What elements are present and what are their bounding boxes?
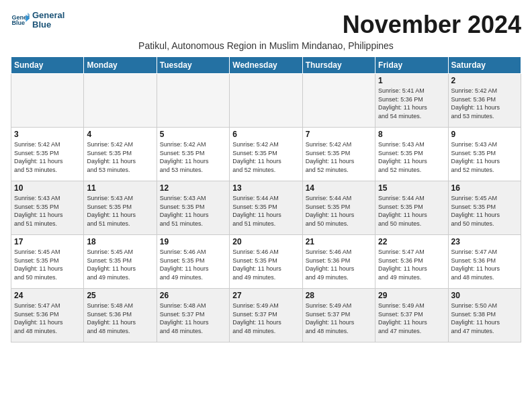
- day-info: Sunrise: 5:42 AM Sunset: 5:35 PM Dayligh…: [160, 140, 226, 174]
- day-of-week-header: Wednesday: [230, 57, 302, 74]
- day-info: Sunrise: 5:50 AM Sunset: 5:38 PM Dayligh…: [451, 302, 518, 335]
- calendar-cell: 10Sunrise: 5:43 AM Sunset: 5:35 PM Dayli…: [11, 181, 84, 235]
- day-number: 30: [451, 291, 518, 300]
- day-number: 27: [232, 291, 299, 300]
- day-info: Sunrise: 5:49 AM Sunset: 5:37 PM Dayligh…: [378, 302, 445, 335]
- calendar-cell: 18Sunrise: 5:45 AM Sunset: 5:35 PM Dayli…: [84, 235, 157, 289]
- day-info: Sunrise: 5:48 AM Sunset: 5:37 PM Dayligh…: [160, 302, 226, 335]
- logo-line1: General: [32, 11, 64, 20]
- calendar-cell: 5Sunrise: 5:42 AM Sunset: 5:35 PM Daylig…: [157, 128, 229, 181]
- calendar-cell: 25Sunrise: 5:48 AM Sunset: 5:36 PM Dayli…: [84, 289, 157, 342]
- day-number: 14: [306, 183, 372, 193]
- day-number: 28: [306, 291, 372, 300]
- day-number: 26: [160, 291, 226, 300]
- calendar-cell: 8Sunrise: 5:43 AM Sunset: 5:35 PM Daylig…: [375, 128, 448, 181]
- day-info: Sunrise: 5:45 AM Sunset: 5:35 PM Dayligh…: [87, 248, 153, 281]
- calendar-cell: 22Sunrise: 5:47 AM Sunset: 5:36 PM Dayli…: [375, 235, 448, 289]
- calendar-cell: 29Sunrise: 5:49 AM Sunset: 5:37 PM Dayli…: [375, 289, 448, 342]
- calendar-cell: 27Sunrise: 5:49 AM Sunset: 5:37 PM Dayli…: [230, 289, 302, 342]
- day-info: Sunrise: 5:45 AM Sunset: 5:35 PM Dayligh…: [451, 194, 518, 228]
- calendar-cell: [84, 74, 157, 128]
- calendar-subtitle: Patikul, Autonomous Region in Muslim Min…: [11, 40, 521, 51]
- day-number: 24: [14, 291, 81, 300]
- calendar-cell: 12Sunrise: 5:43 AM Sunset: 5:35 PM Dayli…: [157, 181, 229, 235]
- calendar-cell: 20Sunrise: 5:46 AM Sunset: 5:35 PM Dayli…: [230, 235, 302, 289]
- day-info: Sunrise: 5:43 AM Sunset: 5:35 PM Dayligh…: [378, 140, 445, 174]
- day-number: 4: [87, 130, 153, 139]
- calendar-cell: [11, 74, 84, 128]
- day-number: 2: [451, 76, 518, 85]
- calendar-cell: [157, 74, 229, 128]
- day-number: 21: [306, 237, 372, 246]
- calendar-cell: 1Sunrise: 5:41 AM Sunset: 5:36 PM Daylig…: [375, 74, 448, 128]
- calendar-cell: 4Sunrise: 5:42 AM Sunset: 5:35 PM Daylig…: [84, 128, 157, 181]
- calendar-cell: 6Sunrise: 5:42 AM Sunset: 5:35 PM Daylig…: [230, 128, 302, 181]
- calendar-cell: 17Sunrise: 5:45 AM Sunset: 5:35 PM Dayli…: [11, 235, 84, 289]
- day-number: 13: [232, 183, 299, 193]
- calendar-cell: 3Sunrise: 5:42 AM Sunset: 5:35 PM Daylig…: [11, 128, 84, 181]
- day-number: 6: [232, 130, 299, 139]
- day-number: 12: [160, 183, 226, 193]
- day-of-week-header: Tuesday: [157, 57, 229, 74]
- logo: General Blue General Blue: [11, 11, 64, 30]
- svg-text:Blue: Blue: [11, 19, 25, 26]
- day-number: 11: [87, 183, 153, 193]
- calendar-cell: 19Sunrise: 5:46 AM Sunset: 5:35 PM Dayli…: [157, 235, 229, 289]
- day-number: 5: [160, 130, 226, 139]
- calendar-cell: 14Sunrise: 5:44 AM Sunset: 5:35 PM Dayli…: [302, 181, 375, 235]
- day-number: 17: [14, 237, 81, 246]
- day-number: 20: [232, 237, 299, 246]
- general-blue-icon: General Blue: [11, 11, 30, 30]
- calendar-cell: [230, 74, 302, 128]
- calendar-cell: 24Sunrise: 5:47 AM Sunset: 5:36 PM Dayli…: [11, 289, 84, 342]
- calendar-cell: 2Sunrise: 5:42 AM Sunset: 5:36 PM Daylig…: [448, 74, 521, 128]
- day-info: Sunrise: 5:47 AM Sunset: 5:36 PM Dayligh…: [14, 302, 81, 335]
- day-number: 29: [378, 291, 445, 300]
- calendar-cell: 26Sunrise: 5:48 AM Sunset: 5:37 PM Dayli…: [157, 289, 229, 342]
- day-info: Sunrise: 5:43 AM Sunset: 5:35 PM Dayligh…: [14, 194, 81, 228]
- day-info: Sunrise: 5:47 AM Sunset: 5:36 PM Dayligh…: [378, 248, 445, 281]
- calendar-cell: 23Sunrise: 5:47 AM Sunset: 5:36 PM Dayli…: [448, 235, 521, 289]
- calendar-cell: 9Sunrise: 5:43 AM Sunset: 5:35 PM Daylig…: [448, 128, 521, 181]
- calendar-table: SundayMondayTuesdayWednesdayThursdayFrid…: [11, 56, 521, 342]
- day-info: Sunrise: 5:42 AM Sunset: 5:36 PM Dayligh…: [451, 87, 518, 120]
- calendar-cell: 30Sunrise: 5:50 AM Sunset: 5:38 PM Dayli…: [448, 289, 521, 342]
- day-of-week-header: Saturday: [448, 57, 521, 74]
- day-info: Sunrise: 5:42 AM Sunset: 5:35 PM Dayligh…: [306, 140, 372, 174]
- day-number: 16: [451, 183, 518, 193]
- day-info: Sunrise: 5:49 AM Sunset: 5:37 PM Dayligh…: [306, 302, 372, 335]
- day-number: 15: [378, 183, 445, 193]
- calendar-cell: 28Sunrise: 5:49 AM Sunset: 5:37 PM Dayli…: [302, 289, 375, 342]
- day-info: Sunrise: 5:43 AM Sunset: 5:35 PM Dayligh…: [87, 194, 153, 228]
- calendar-cell: 16Sunrise: 5:45 AM Sunset: 5:35 PM Dayli…: [448, 181, 521, 235]
- month-title: November 2024: [343, 11, 521, 39]
- day-info: Sunrise: 5:44 AM Sunset: 5:35 PM Dayligh…: [306, 194, 372, 228]
- calendar-cell: 21Sunrise: 5:46 AM Sunset: 5:36 PM Dayli…: [302, 235, 375, 289]
- day-info: Sunrise: 5:46 AM Sunset: 5:35 PM Dayligh…: [160, 248, 226, 281]
- day-of-week-header: Sunday: [11, 57, 84, 74]
- day-info: Sunrise: 5:45 AM Sunset: 5:35 PM Dayligh…: [14, 248, 81, 281]
- day-number: 10: [14, 183, 81, 193]
- day-number: 18: [87, 237, 153, 246]
- day-of-week-header: Monday: [84, 57, 157, 74]
- day-info: Sunrise: 5:44 AM Sunset: 5:35 PM Dayligh…: [232, 194, 299, 228]
- day-info: Sunrise: 5:42 AM Sunset: 5:35 PM Dayligh…: [232, 140, 299, 174]
- day-info: Sunrise: 5:41 AM Sunset: 5:36 PM Dayligh…: [378, 87, 445, 120]
- day-number: 22: [378, 237, 445, 246]
- calendar-cell: 13Sunrise: 5:44 AM Sunset: 5:35 PM Dayli…: [230, 181, 302, 235]
- day-number: 9: [451, 130, 518, 139]
- day-info: Sunrise: 5:42 AM Sunset: 5:35 PM Dayligh…: [87, 140, 153, 174]
- day-info: Sunrise: 5:43 AM Sunset: 5:35 PM Dayligh…: [160, 194, 226, 228]
- day-info: Sunrise: 5:47 AM Sunset: 5:36 PM Dayligh…: [451, 248, 518, 281]
- day-number: 7: [306, 130, 372, 139]
- day-info: Sunrise: 5:48 AM Sunset: 5:36 PM Dayligh…: [87, 302, 153, 335]
- day-number: 19: [160, 237, 226, 246]
- day-number: 23: [451, 237, 518, 246]
- day-number: 3: [14, 130, 81, 139]
- day-info: Sunrise: 5:46 AM Sunset: 5:35 PM Dayligh…: [232, 248, 299, 281]
- day-info: Sunrise: 5:42 AM Sunset: 5:35 PM Dayligh…: [14, 140, 81, 174]
- day-info: Sunrise: 5:46 AM Sunset: 5:36 PM Dayligh…: [306, 248, 372, 281]
- calendar-cell: 7Sunrise: 5:42 AM Sunset: 5:35 PM Daylig…: [302, 128, 375, 181]
- calendar-cell: [302, 74, 375, 128]
- day-info: Sunrise: 5:43 AM Sunset: 5:35 PM Dayligh…: [451, 140, 518, 174]
